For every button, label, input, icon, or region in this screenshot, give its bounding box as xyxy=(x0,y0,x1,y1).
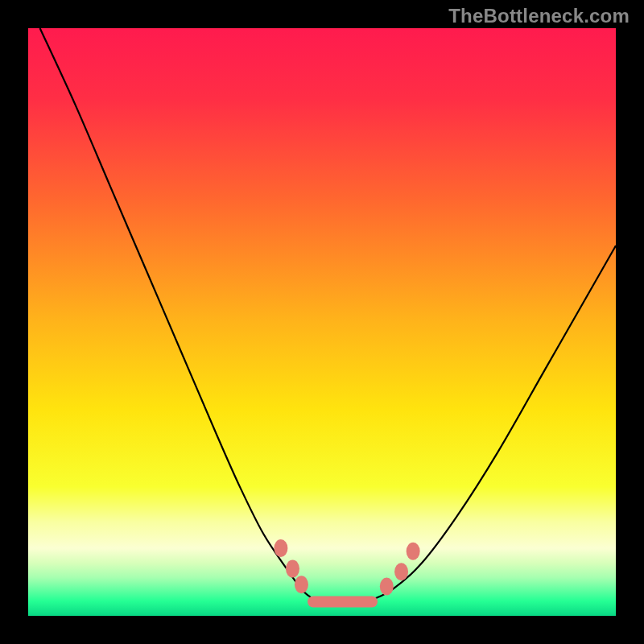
curve-marker xyxy=(394,563,408,580)
chart-svg xyxy=(0,0,644,644)
chart-frame: TheBottleneck.com xyxy=(0,0,644,644)
curve-marker xyxy=(407,543,420,560)
watermark-text: TheBottleneck.com xyxy=(448,5,630,27)
curve-marker xyxy=(295,576,308,593)
curve-marker xyxy=(286,560,299,578)
curve-marker xyxy=(380,578,394,596)
curve-marker xyxy=(274,539,287,557)
plot-background xyxy=(28,28,616,616)
